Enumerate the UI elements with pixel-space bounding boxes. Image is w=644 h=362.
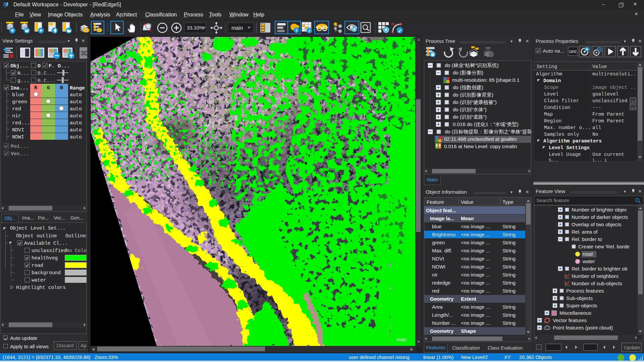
svg-text:R: R xyxy=(34,85,37,91)
svg-text:unc: unc xyxy=(569,49,577,54)
svg-text:nir: nir xyxy=(432,272,438,278)
svg-text:Level Usage: Level Usage xyxy=(549,152,581,157)
svg-text:0.016 do (优化1：”水域”类型): 0.016 do (优化1：”水域”类型) xyxy=(453,121,519,127)
svg-text:Number ...: Number ... xyxy=(432,320,455,326)
svg-text:water: water xyxy=(582,258,595,264)
svg-text:String: String xyxy=(502,272,516,278)
svg-text:Number of brighter objec: Number of brighter objec xyxy=(572,207,627,213)
svg-text:Max. diff.: Max. diff. xyxy=(432,248,452,253)
svg-text:G: G xyxy=(47,85,50,91)
svg-text:all: all xyxy=(592,125,601,130)
svg-text:<no image ...: <no image ... xyxy=(461,264,490,269)
svg-text:Vector features: Vector features xyxy=(553,317,587,323)
svg-text:Mean: Mean xyxy=(461,216,474,221)
svg-text:Hightlight colors: Hightlight colors xyxy=(16,285,66,290)
svg-text:Samples only: Samples only xyxy=(544,132,579,137)
svg-text:Super-objects: Super-objects xyxy=(566,303,597,308)
svg-text:<no image ...: <no image ... xyxy=(461,320,490,326)
svg-text:<no image ...: <no image ... xyxy=(461,224,490,229)
svg-text:unclassified: unclassified xyxy=(32,248,66,253)
svg-text:goallevel: goallevel xyxy=(592,92,619,97)
svg-text:red...: red... xyxy=(12,120,30,126)
svg-text:Available Cl...: Available Cl... xyxy=(24,241,68,246)
svg-text:do (目标物提取：影像分割之“单株”提取: do (目标物提取：影像分割之“单株”提取 xyxy=(445,129,531,134)
svg-text:multiresoluti...: multiresoluti... xyxy=(592,71,639,77)
svg-text:Level: Level xyxy=(544,92,559,97)
svg-text:<no image ...: <no image ... xyxy=(461,312,490,318)
svg-text:Class filter: Class filter xyxy=(544,98,579,104)
svg-text:String: String xyxy=(502,232,516,237)
svg-text:NDVI: NDVI xyxy=(12,127,24,133)
svg-text:3D: 3D xyxy=(80,50,87,57)
svg-text:S...: S... xyxy=(549,158,558,163)
svg-text:Geometry: Geometry xyxy=(430,328,454,334)
svg-text:Auto na...: Auto na... xyxy=(543,48,564,54)
svg-text:Geometry: Geometry xyxy=(430,296,454,302)
svg-text:Range: Range xyxy=(70,85,85,91)
svg-text:Map: Map xyxy=(544,112,553,117)
svg-text:Condition: Condition xyxy=(544,105,570,110)
svg-text:g...: g... xyxy=(17,78,30,84)
svg-text:Area: Area xyxy=(432,304,443,310)
svg-text:main: main xyxy=(231,25,243,31)
svg-text:blue: blue xyxy=(12,92,24,98)
svg-text:i: i xyxy=(309,28,310,33)
svg-text:String: String xyxy=(502,304,516,310)
svg-text:Obj...: Obj... xyxy=(10,63,29,69)
svg-text:Value: Value xyxy=(592,64,607,69)
svg-text:Ima...: Ima... xyxy=(10,85,29,91)
svg-text:Process features: Process features xyxy=(566,288,604,294)
svg-text:Vec...: Vec... xyxy=(11,151,29,157)
svg-text:Region: Region xyxy=(544,118,561,124)
svg-text:blue: blue xyxy=(432,224,441,229)
svg-text:No: No xyxy=(592,132,598,137)
svg-text:auto: auto xyxy=(70,120,82,126)
svg-text:do (识别影像背景): do (识别影像背景) xyxy=(453,92,493,98)
svg-text:auto: auto xyxy=(70,113,82,119)
svg-text:String: String xyxy=(502,280,516,286)
svg-text:String: String xyxy=(502,240,516,245)
svg-text:Extent: Extent xyxy=(461,296,476,302)
svg-text:<no image ...: <no image ... xyxy=(461,256,490,261)
svg-text:background: background xyxy=(32,270,61,276)
svg-text:rededge: rededge xyxy=(432,280,450,286)
svg-text:Scope: Scope xyxy=(544,85,559,90)
svg-text:String: String xyxy=(502,256,516,261)
svg-text:F. O...: F. O... xyxy=(49,63,70,69)
svg-text:multi-resolution: 85 [shape:0.: multi-resolution: 85 [shape:0.1 xyxy=(452,77,520,83)
svg-text:red: red xyxy=(432,288,439,294)
svg-text:Object feat...: Object feat... xyxy=(426,207,456,213)
svg-text:road: road xyxy=(583,251,593,257)
svg-text:Overlap of two objects: Overlap of two objects xyxy=(572,222,621,227)
svg-text:Image la...: Image la... xyxy=(430,216,454,221)
svg-text:Number of darker objects: Number of darker objects xyxy=(572,214,628,220)
svg-text:0.016 at New Level: copy cre: 0.016 at New Level: copy creatin xyxy=(444,143,517,149)
svg-text:B.C...: B.C... xyxy=(38,71,56,76)
svg-text:NDVI: NDVI xyxy=(432,256,444,261)
svg-text:No Color: No Color xyxy=(66,248,87,253)
svg-text:<no image ...: <no image ... xyxy=(461,304,490,310)
svg-text:Algorithm: Algorithm xyxy=(536,71,562,77)
svg-text:From Parent: From Parent xyxy=(592,118,625,124)
svg-text:Sub-objects: Sub-objects xyxy=(566,295,593,301)
svg-text:do (识别“健康植被”): do (识别“健康植被”) xyxy=(453,99,497,105)
svg-text:Rel. border to brighter ob: Rel. border to brighter ob xyxy=(572,266,628,272)
svg-text:<no image ...: <no image ... xyxy=(461,240,490,245)
svg-text:Level Settings: Level Settings xyxy=(549,145,590,150)
svg-text:Domain: Domain xyxy=(543,78,561,83)
svg-text:Poi...: Poi... xyxy=(11,144,29,149)
svg-text:---: --- xyxy=(592,105,601,110)
svg-text:B: B xyxy=(60,85,63,91)
svg-text:..: .. xyxy=(631,105,637,110)
svg-text:Object outline: Object outline xyxy=(16,233,57,239)
svg-text:Setting: Setting xyxy=(537,64,557,69)
svg-text:O: O xyxy=(38,63,41,69)
svg-text:Feature: Feature xyxy=(427,199,444,205)
svg-text:do (识别“道路”): do (识别“道路”) xyxy=(453,114,487,120)
svg-text:do (林业“枯树”识别系统): do (林业“枯树”识别系统) xyxy=(445,62,499,68)
svg-text:Point features (point cloud): Point features (point cloud) xyxy=(553,325,613,330)
svg-text:Miscellaneous: Miscellaneous xyxy=(559,310,591,316)
svg-text:..: .. xyxy=(631,98,637,103)
svg-text:green: green xyxy=(12,99,27,105)
svg-text:do (指数创建): do (指数创建) xyxy=(453,84,483,90)
